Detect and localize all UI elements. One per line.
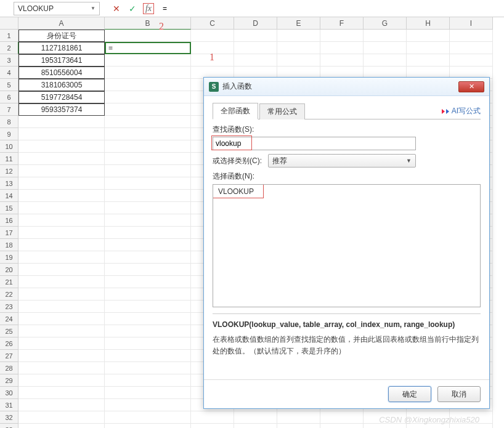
row-header-11[interactable]: 11 [0,153,18,165]
ok-button[interactable]: 确定 [388,386,431,402]
col-header-C[interactable]: C [191,17,234,30]
row-header-10[interactable]: 10 [0,140,18,153]
cell-I1[interactable] [450,30,493,42]
cell-B8[interactable] [105,116,191,128]
cell-A33[interactable] [18,424,105,428]
row-header-4[interactable]: 4 [0,67,18,79]
cell-A25[interactable] [18,325,105,337]
dialog-titlebar[interactable]: S 插入函数 ✕ [204,78,489,96]
cell-B30[interactable] [105,387,191,399]
cell-A9[interactable] [18,128,105,140]
cell-A28[interactable] [18,362,105,374]
fx-icon[interactable]: fx [143,3,154,14]
cell-B3[interactable] [105,54,191,67]
cell-B26[interactable] [105,337,191,350]
row-header-5[interactable]: 5 [0,79,18,91]
cell-A21[interactable] [18,276,105,288]
cell-A1[interactable]: 身份证号 [18,30,105,42]
cell-A30[interactable] [18,387,105,399]
select-all-corner[interactable] [0,17,18,30]
row-header-3[interactable]: 3 [0,54,18,67]
cell-A19[interactable] [18,251,105,264]
category-select[interactable]: 推荐 ▼ [268,154,416,168]
col-header-I[interactable]: I [450,17,493,30]
cell-B31[interactable] [105,399,191,411]
cell-B1[interactable] [105,30,191,42]
cell-A22[interactable] [18,288,105,301]
row-header-16[interactable]: 16 [0,214,18,227]
row-header-13[interactable]: 13 [0,177,18,190]
formula-input[interactable] [159,2,504,15]
cell-F2[interactable] [320,42,364,54]
cell-B20[interactable] [105,264,191,276]
row-header-27[interactable]: 27 [0,350,18,362]
row-header-17[interactable]: 17 [0,227,18,239]
cell-D32[interactable] [234,411,277,424]
ai-formula-link[interactable]: AI写公式 [442,106,481,119]
close-icon[interactable]: ✕ [458,81,484,92]
cell-C3[interactable] [191,54,234,67]
cell-C33[interactable] [191,424,234,428]
row-header-29[interactable]: 29 [0,374,18,387]
cell-F33[interactable] [320,424,364,428]
col-header-H[interactable]: H [407,17,450,30]
row-header-31[interactable]: 31 [0,399,18,411]
cell-A31[interactable] [18,399,105,411]
cell-A4[interactable]: 8510556004 [18,67,105,79]
cell-E32[interactable] [277,411,320,424]
cancel-button[interactable]: 取消 [437,386,481,402]
row-header-24[interactable]: 24 [0,313,18,325]
cell-B13[interactable] [105,177,191,190]
cell-D2[interactable] [234,42,277,54]
cell-B33[interactable] [105,424,191,428]
row-header-30[interactable]: 30 [0,387,18,399]
cell-A16[interactable] [18,214,105,227]
cell-G33[interactable] [364,424,407,428]
cell-A5[interactable]: 3181063005 [18,79,105,91]
row-header-9[interactable]: 9 [0,128,18,140]
row-header-19[interactable]: 19 [0,251,18,264]
row-header-1[interactable]: 1 [0,30,18,42]
cell-A10[interactable] [18,140,105,153]
cell-B6[interactable] [105,91,191,103]
cell-B15[interactable] [105,202,191,214]
cell-B2[interactable]: = [105,42,191,54]
cell-B32[interactable] [105,411,191,424]
cell-A13[interactable] [18,177,105,190]
row-header-22[interactable]: 22 [0,288,18,301]
cell-A32[interactable] [18,411,105,424]
name-box[interactable]: VLOOKUP ▼ [14,2,100,15]
cell-A17[interactable] [18,227,105,239]
col-header-F[interactable]: F [320,17,364,30]
function-list[interactable]: VLOOKUP [213,184,481,307]
row-header-14[interactable]: 14 [0,190,18,202]
cell-G1[interactable] [364,30,407,42]
cell-C1[interactable] [191,30,234,42]
cell-A27[interactable] [18,350,105,362]
cell-G32[interactable] [364,411,407,424]
row-header-25[interactable]: 25 [0,325,18,337]
row-header-32[interactable]: 32 [0,411,18,424]
cell-D3[interactable] [234,54,277,67]
cell-I33[interactable] [450,424,493,428]
cell-E2[interactable] [277,42,320,54]
tab-all-functions[interactable]: 全部函数 [213,103,258,119]
cell-B24[interactable] [105,313,191,325]
cell-B27[interactable] [105,350,191,362]
cell-B19[interactable] [105,251,191,264]
cell-B22[interactable] [105,288,191,301]
cell-A6[interactable]: 5197728454 [18,91,105,103]
cell-F1[interactable] [320,30,364,42]
row-header-8[interactable]: 8 [0,116,18,128]
row-header-6[interactable]: 6 [0,91,18,103]
col-header-B[interactable]: B [105,17,191,30]
cell-A12[interactable] [18,165,105,177]
cell-A24[interactable] [18,313,105,325]
cell-B11[interactable] [105,153,191,165]
cell-A23[interactable] [18,301,105,313]
cell-A14[interactable] [18,190,105,202]
cell-A3[interactable]: 1953173641 [18,54,105,67]
function-item-vlookup[interactable]: VLOOKUP [213,185,480,199]
cell-B29[interactable] [105,374,191,387]
cell-H32[interactable] [407,411,450,424]
